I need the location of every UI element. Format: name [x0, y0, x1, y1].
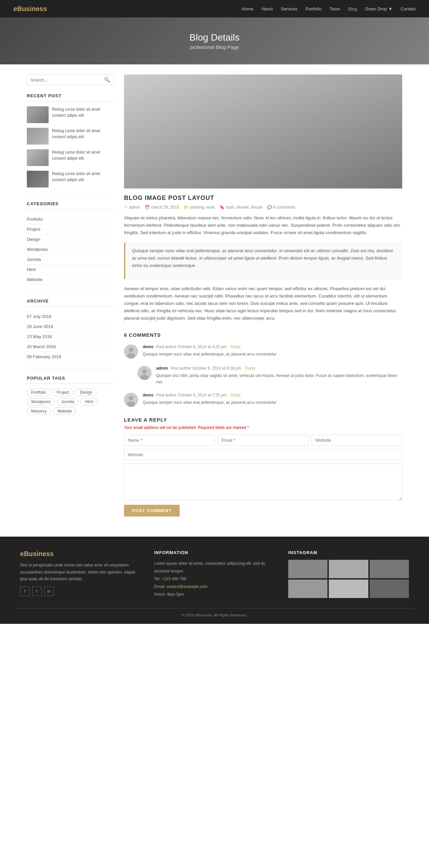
- website-area-input[interactable]: [124, 449, 402, 460]
- main-content: BLOG IMAGE POST LAYOUT ☉ admin ⏰ march 2…: [124, 74, 402, 517]
- reply-section: LEAVE A REPLY Your email address will no…: [124, 417, 402, 517]
- tag-item[interactable]: Masonry: [27, 407, 51, 415]
- author-icon: ☉: [124, 205, 128, 210]
- nav-dropdown[interactable]: Down Drop ▼: [365, 6, 393, 11]
- recent-post-thumb: [27, 128, 48, 145]
- footer-col-info: INFORMATION Lorem ipsum dolor sit amet, …: [154, 550, 275, 598]
- blog-meta: ☉ admin ⏰ march 28, 2016 📁 painting, wor…: [124, 205, 402, 210]
- post-comment-button[interactable]: POST COMMENT: [124, 505, 179, 517]
- comment-avatar: [124, 393, 138, 407]
- comment-icon: 💬: [267, 205, 272, 210]
- twitter-icon[interactable]: t: [32, 587, 41, 596]
- blog-paragraph-2: Aenean et tempor eros, vitae sollicitudi…: [124, 285, 402, 322]
- tag-item[interactable]: Portfolio: [27, 389, 50, 396]
- category-item[interactable]: Project: [27, 224, 114, 235]
- message-textarea[interactable]: [124, 464, 402, 500]
- archive-item[interactable]: 29 June 2016: [27, 322, 114, 332]
- comment-header: demo Post author October 6, 2014 at 7:25…: [143, 393, 402, 398]
- nav-home[interactable]: Home: [242, 6, 253, 11]
- comment-item: admin Post author October 6, 2014 at 6:1…: [137, 366, 402, 385]
- tag-item[interactable]: Website: [53, 407, 76, 415]
- archive-title: ARCHIVE: [27, 299, 114, 307]
- comment-avatar: [124, 344, 138, 359]
- name-input[interactable]: [124, 435, 214, 446]
- clock-icon: ⏰: [145, 205, 150, 210]
- svg-point-7: [129, 396, 133, 400]
- reply-link[interactable]: Reply: [245, 366, 255, 371]
- footer-col-instagram: INSTAGRAM: [288, 550, 409, 598]
- category-item[interactable]: Design: [27, 235, 114, 245]
- footer-copyright: © 2016 eBusiness. All Rights Reserved.: [182, 613, 248, 617]
- insta-thumb[interactable]: [288, 580, 327, 598]
- insta-thumb[interactable]: [370, 580, 409, 598]
- nav-blog[interactable]: Blog: [348, 6, 357, 11]
- comment-header: admin Post author October 6, 2014 at 6:1…: [156, 366, 402, 371]
- email-input[interactable]: [218, 435, 308, 446]
- comment-body: demo Post author October 6, 2014 at 7:25…: [143, 393, 402, 407]
- website-field: [312, 435, 402, 446]
- search-input[interactable]: [31, 78, 104, 83]
- nav-team[interactable]: Team: [329, 6, 340, 11]
- svg-point-4: [142, 369, 147, 374]
- recent-post-thumb: [27, 171, 48, 187]
- hero-banner: Blog Details profesional Blog Page: [0, 18, 429, 64]
- recent-post-item[interactable]: Redug Lerse dolor sit amet consect adipi…: [27, 149, 114, 166]
- email-field: [218, 435, 308, 446]
- meta-categories: 📁 painting, work: [184, 205, 215, 210]
- reply-link[interactable]: Reply: [231, 344, 241, 349]
- website-input[interactable]: [312, 435, 402, 446]
- name-field: [124, 435, 214, 446]
- recent-post-thumb: [27, 149, 48, 166]
- archive-item[interactable]: 20 March 2016: [27, 342, 114, 352]
- tag-item[interactable]: Design: [75, 389, 97, 396]
- search-box[interactable]: 🔍: [27, 74, 114, 85]
- category-item[interactable]: Wordpress: [27, 245, 114, 254]
- archive-item[interactable]: 07 July 2016: [27, 312, 114, 322]
- insta-thumb[interactable]: [329, 560, 368, 578]
- insta-thumb[interactable]: [329, 580, 368, 598]
- nav-contact[interactable]: Contact: [400, 6, 416, 11]
- insta-thumb[interactable]: [288, 560, 327, 578]
- nav-about[interactable]: About: [261, 6, 273, 11]
- insta-thumb[interactable]: [370, 560, 409, 578]
- nav-services[interactable]: Services: [281, 6, 298, 11]
- archive-item[interactable]: 09 Fabruary 2016: [27, 352, 114, 362]
- comment-text: Quisque semper nunc vitae erat pellentes…: [143, 351, 402, 358]
- reply-link[interactable]: Reply: [231, 393, 241, 398]
- category-item[interactable]: Html: [27, 265, 114, 275]
- footer-bottom: © 2016 eBusiness. All Rights Reserved.: [13, 608, 416, 617]
- footer-info-title: INFORMATION: [154, 550, 275, 555]
- category-item[interactable]: Portfolio: [27, 214, 114, 224]
- recent-post-item[interactable]: Redug Lerse dolor sit amet consect adipi…: [27, 128, 114, 145]
- search-icon[interactable]: 🔍: [104, 77, 110, 83]
- footer: eBusiness Sed ut perspiciatis unde omnis…: [0, 537, 429, 624]
- comments-title: 6 COMMENTS: [124, 332, 402, 338]
- nav-links: Home About Services Portfolio Team Blog …: [242, 6, 416, 11]
- recent-post-item[interactable]: Redug Lerse dolor sit amet consect adipi…: [27, 106, 114, 123]
- footer-tel: Tel: +123 456 789: [154, 575, 275, 583]
- archive-item[interactable]: 13 May 2016: [27, 332, 114, 342]
- navbar: eBusiness Home About Services Portfolio …: [0, 0, 429, 18]
- nav-portfolio[interactable]: Portfolio: [306, 6, 322, 11]
- main-container: 🔍 RECENT POST Redug Lerse dolor sit amet…: [20, 74, 409, 517]
- footer-info-text: Lorem ipsum dolor sit amet, consectetur …: [154, 560, 275, 575]
- recent-post-item[interactable]: Redug Lerse dolor sit amet consect adipi…: [27, 171, 114, 187]
- tags-container: Portfolio Project Design Wordpress Jooml…: [27, 389, 114, 415]
- svg-point-2: [127, 353, 135, 359]
- tag-item[interactable]: Project: [52, 389, 73, 396]
- comment-item: demo Post author October 6, 2014 at 7:25…: [124, 393, 402, 407]
- recent-post-text: Redug Lerse dolor sit amet consect adipi…: [52, 128, 114, 140]
- facebook-icon[interactable]: f: [20, 587, 30, 596]
- tag-item[interactable]: Joomla: [57, 398, 79, 405]
- site-logo[interactable]: eBusiness: [13, 5, 47, 13]
- linkedin-icon[interactable]: in: [44, 587, 54, 596]
- footer-grid: eBusiness Sed ut perspiciatis unde omnis…: [20, 550, 409, 598]
- svg-point-1: [129, 347, 133, 352]
- blog-title: BLOG IMAGE POST LAYOUT: [124, 194, 402, 202]
- tag-item[interactable]: Html: [80, 398, 98, 405]
- category-item[interactable]: Website: [27, 275, 114, 285]
- category-item[interactable]: Joomla: [27, 254, 114, 265]
- logo-prefix: e: [13, 5, 17, 12]
- blog-paragraph-1: Aliquam et metus pharetra, bibendum mass…: [124, 214, 402, 237]
- tag-item[interactable]: Wordpress: [27, 398, 55, 405]
